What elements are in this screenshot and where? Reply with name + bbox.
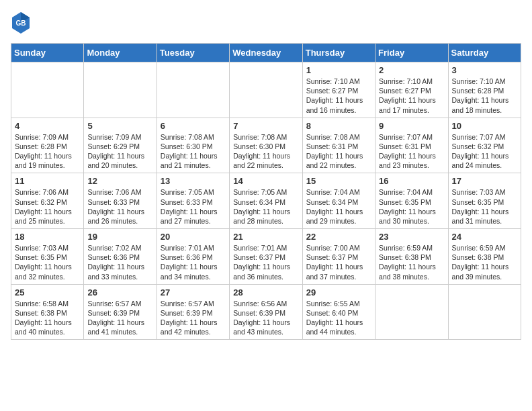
calendar-cell: 1Sunrise: 7:10 AM Sunset: 6:27 PM Daylig… [302,62,375,118]
day-number: 13 [161,176,226,186]
day-number: 20 [161,232,226,242]
day-info: Sunrise: 7:04 AM Sunset: 6:35 PM Dayligh… [379,187,444,226]
day-info: Sunrise: 7:08 AM Sunset: 6:31 PM Dayligh… [306,132,371,171]
day-info: Sunrise: 7:07 AM Sunset: 6:32 PM Dayligh… [452,132,517,171]
day-info: Sunrise: 7:10 AM Sunset: 6:27 PM Dayligh… [379,77,444,115]
calendar-week-row: 25Sunrise: 6:58 AM Sunset: 6:38 PM Dayli… [11,284,521,340]
day-number: 1 [306,65,371,75]
day-of-week-header: Wednesday [230,44,302,62]
calendar-cell: 19Sunrise: 7:02 AM Sunset: 6:36 PM Dayli… [84,229,157,285]
calendar-cell: 14Sunrise: 7:05 AM Sunset: 6:34 PM Dayli… [230,173,302,229]
day-number: 10 [452,121,517,131]
day-of-week-header: Sunday [11,44,84,62]
day-number: 8 [306,121,371,131]
calendar-cell: 16Sunrise: 7:04 AM Sunset: 6:35 PM Dayli… [375,173,448,229]
calendar-cell: 25Sunrise: 6:58 AM Sunset: 6:38 PM Dayli… [11,284,84,340]
calendar-cell [448,284,521,340]
day-info: Sunrise: 6:56 AM Sunset: 6:39 PM Dayligh… [233,299,298,337]
calendar-cell: 3Sunrise: 7:10 AM Sunset: 6:28 PM Daylig… [448,62,521,118]
day-info: Sunrise: 7:09 AM Sunset: 6:29 PM Dayligh… [87,132,152,171]
calendar-cell [230,62,302,118]
day-info: Sunrise: 7:03 AM Sunset: 6:35 PM Dayligh… [452,187,517,226]
calendar-cell: 17Sunrise: 7:03 AM Sunset: 6:35 PM Dayli… [448,173,521,229]
day-info: Sunrise: 7:03 AM Sunset: 6:35 PM Dayligh… [15,243,80,281]
day-info: Sunrise: 6:57 AM Sunset: 6:39 PM Dayligh… [161,299,226,337]
day-number: 17 [452,176,517,186]
day-info: Sunrise: 7:01 AM Sunset: 6:36 PM Dayligh… [161,243,226,281]
day-info: Sunrise: 7:07 AM Sunset: 6:31 PM Dayligh… [379,132,444,171]
day-number: 4 [15,121,80,131]
day-info: Sunrise: 7:09 AM Sunset: 6:28 PM Dayligh… [15,132,80,171]
calendar-cell: 23Sunrise: 6:59 AM Sunset: 6:38 PM Dayli… [375,229,448,285]
calendar-cell: 21Sunrise: 7:01 AM Sunset: 6:37 PM Dayli… [230,229,302,285]
day-info: Sunrise: 6:59 AM Sunset: 6:38 PM Dayligh… [379,243,444,281]
day-info: Sunrise: 7:02 AM Sunset: 6:36 PM Dayligh… [87,243,152,281]
calendar-cell [375,284,448,340]
day-number: 28 [233,287,298,298]
day-info: Sunrise: 7:10 AM Sunset: 6:27 PM Dayligh… [306,77,371,115]
day-number: 11 [15,176,80,186]
day-number: 23 [379,232,444,242]
calendar-table: SundayMondayTuesdayWednesdayThursdayFrid… [11,43,521,340]
calendar-cell: 15Sunrise: 7:04 AM Sunset: 6:34 PM Dayli… [302,173,375,229]
page-header: GB [11,11,521,38]
day-number: 5 [87,121,152,131]
day-number: 22 [306,232,371,242]
day-of-week-header: Tuesday [157,44,229,62]
logo-icon: GB [11,11,31,38]
day-info: Sunrise: 7:06 AM Sunset: 6:33 PM Dayligh… [87,187,152,226]
day-of-week-header: Monday [84,44,157,62]
calendar-header-row: SundayMondayTuesdayWednesdayThursdayFrid… [11,44,521,62]
calendar-cell [157,62,229,118]
svg-text:GB: GB [16,19,26,27]
day-number: 14 [233,176,298,186]
day-number: 9 [379,121,444,131]
day-number: 29 [306,287,371,298]
calendar-cell: 4Sunrise: 7:09 AM Sunset: 6:28 PM Daylig… [11,118,84,173]
day-info: Sunrise: 7:10 AM Sunset: 6:28 PM Dayligh… [452,77,517,115]
calendar-cell [84,62,157,118]
calendar-cell: 11Sunrise: 7:06 AM Sunset: 6:32 PM Dayli… [11,173,84,229]
day-of-week-header: Saturday [448,44,521,62]
day-number: 7 [233,121,298,131]
day-info: Sunrise: 7:05 AM Sunset: 6:33 PM Dayligh… [161,187,226,226]
day-info: Sunrise: 6:58 AM Sunset: 6:38 PM Dayligh… [15,299,80,337]
day-info: Sunrise: 7:08 AM Sunset: 6:30 PM Dayligh… [233,132,298,171]
calendar-cell: 18Sunrise: 7:03 AM Sunset: 6:35 PM Dayli… [11,229,84,285]
day-number: 12 [87,176,152,186]
day-info: Sunrise: 7:08 AM Sunset: 6:30 PM Dayligh… [161,132,226,171]
day-info: Sunrise: 7:04 AM Sunset: 6:34 PM Dayligh… [306,187,371,226]
calendar-cell: 9Sunrise: 7:07 AM Sunset: 6:31 PM Daylig… [375,118,448,173]
day-of-week-header: Thursday [302,44,375,62]
day-number: 15 [306,176,371,186]
day-number: 21 [233,232,298,242]
day-of-week-header: Friday [375,44,448,62]
day-number: 6 [161,121,226,131]
day-number: 16 [379,176,444,186]
calendar-cell: 28Sunrise: 6:56 AM Sunset: 6:39 PM Dayli… [230,284,302,340]
calendar-cell: 26Sunrise: 6:57 AM Sunset: 6:39 PM Dayli… [84,284,157,340]
calendar-cell: 6Sunrise: 7:08 AM Sunset: 6:30 PM Daylig… [157,118,229,173]
day-number: 24 [452,232,517,242]
calendar-cell: 12Sunrise: 7:06 AM Sunset: 6:33 PM Dayli… [84,173,157,229]
day-info: Sunrise: 6:55 AM Sunset: 6:40 PM Dayligh… [306,299,371,337]
calendar-cell: 8Sunrise: 7:08 AM Sunset: 6:31 PM Daylig… [302,118,375,173]
day-info: Sunrise: 7:00 AM Sunset: 6:37 PM Dayligh… [306,243,371,281]
logo: GB [11,11,34,38]
calendar-cell: 7Sunrise: 7:08 AM Sunset: 6:30 PM Daylig… [230,118,302,173]
day-number: 18 [15,232,80,242]
day-number: 19 [87,232,152,242]
calendar-cell: 24Sunrise: 6:59 AM Sunset: 6:38 PM Dayli… [448,229,521,285]
calendar-cell: 20Sunrise: 7:01 AM Sunset: 6:36 PM Dayli… [157,229,229,285]
day-number: 3 [452,65,517,75]
calendar-cell: 29Sunrise: 6:55 AM Sunset: 6:40 PM Dayli… [302,284,375,340]
day-number: 27 [161,287,226,298]
calendar-cell: 2Sunrise: 7:10 AM Sunset: 6:27 PM Daylig… [375,62,448,118]
calendar-cell: 10Sunrise: 7:07 AM Sunset: 6:32 PM Dayli… [448,118,521,173]
day-info: Sunrise: 7:01 AM Sunset: 6:37 PM Dayligh… [233,243,298,281]
calendar-week-row: 18Sunrise: 7:03 AM Sunset: 6:35 PM Dayli… [11,229,521,285]
calendar-week-row: 4Sunrise: 7:09 AM Sunset: 6:28 PM Daylig… [11,118,521,173]
day-number: 2 [379,65,444,75]
calendar-week-row: 11Sunrise: 7:06 AM Sunset: 6:32 PM Dayli… [11,173,521,229]
day-info: Sunrise: 6:57 AM Sunset: 6:39 PM Dayligh… [87,299,152,337]
